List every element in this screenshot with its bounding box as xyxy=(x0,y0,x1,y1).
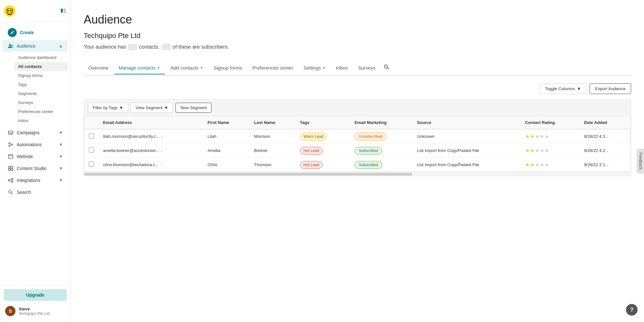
svg-point-24 xyxy=(12,181,13,183)
tag-badge-2[interactable]: Hot Lead xyxy=(300,147,323,155)
contacts-table: Email Address First Name Last Name Tags … xyxy=(84,116,631,172)
filter-by-tags-button[interactable]: Filter by Tags ▼ xyxy=(88,103,128,113)
sidebar-item-content-studio[interactable]: Content Studio ▼ xyxy=(3,163,68,174)
filter-bar: Filter by Tags ▼ View Segment ▼ New Segm… xyxy=(84,99,631,116)
new-segment-button[interactable]: New Segment xyxy=(175,103,212,113)
contacts-table-wrapper: Email Address First Name Last Name Tags … xyxy=(84,116,631,176)
table-header-email-marketing[interactable]: Email Marketing xyxy=(350,116,412,129)
row-checkbox-cell-2 xyxy=(84,144,99,158)
table-header-contact-rating[interactable]: Contact Rating xyxy=(521,116,580,129)
row-checkbox-2[interactable] xyxy=(89,147,94,153)
chevron-down-content-icon: ▼ xyxy=(59,166,63,171)
chevron-down-website-icon: ▼ xyxy=(59,154,63,159)
subscribers-count xyxy=(162,44,171,50)
date-added-2: 9/28/22 4:2... xyxy=(580,144,631,158)
email-arrow-2[interactable]: › xyxy=(161,148,162,153)
last-name-2: Breiner xyxy=(250,144,295,158)
sidebar-item-surveys[interactable]: Surveys xyxy=(14,98,68,107)
tab-settings[interactable]: Settings ▼ xyxy=(299,62,330,74)
tab-manage-contacts[interactable]: Manage contacts ▼ xyxy=(114,62,165,74)
upgrade-button[interactable]: Upgrade xyxy=(4,289,67,301)
star-empty-icon: ★ xyxy=(545,133,549,139)
sidebar-item-campaigns[interactable]: Campaigns ▼ xyxy=(3,127,68,138)
tab-surveys[interactable]: Surveys xyxy=(354,62,380,74)
sidebar-item-create[interactable]: Create xyxy=(3,25,68,40)
tag-badge-3[interactable]: Hot Lead xyxy=(300,161,323,169)
tab-search-icon[interactable] xyxy=(381,61,392,75)
sidebar-item-signup-forms[interactable]: Signup forms xyxy=(14,71,68,80)
sidebar-item-automations-label: Automations xyxy=(17,142,42,147)
svg-rect-18 xyxy=(8,166,10,168)
table-header-row: Email Address First Name Last Name Tags … xyxy=(84,116,631,129)
svg-point-23 xyxy=(12,178,13,180)
tab-overview[interactable]: Overview xyxy=(84,62,113,74)
sidebar-item-segments[interactable]: Segments xyxy=(14,89,68,98)
svg-point-13 xyxy=(11,144,13,145)
first-name-2: Amelia xyxy=(203,144,250,158)
audience-summary: Your audience has contacts. of these are… xyxy=(84,44,631,50)
tab-signup-forms[interactable]: Signup forms xyxy=(209,62,246,74)
first-name-3: Chris xyxy=(203,158,250,172)
status-badge-2: Subscribed xyxy=(355,147,382,155)
table-header-last-name[interactable]: Last Name xyxy=(250,116,295,129)
chevron-down-integrations-icon: ▼ xyxy=(59,178,63,183)
toolbar: Toggle Columns ▼ Export Audience xyxy=(84,83,631,94)
table-header-source[interactable]: Source xyxy=(412,116,521,129)
sidebar-item-tags[interactable]: Tags xyxy=(14,80,68,89)
email-arrow-3[interactable]: › xyxy=(161,163,162,167)
table-header-date-added[interactable]: Date Added xyxy=(580,116,631,129)
sidebar-item-integrations[interactable]: Integrations ▼ xyxy=(3,175,68,186)
email-cell-1[interactable]: lilah.morrison@securitocity.c... › xyxy=(99,129,203,144)
star-empty-icon: ★ xyxy=(545,147,549,154)
tab-inbox[interactable]: Inbox xyxy=(331,62,352,74)
svg-rect-5 xyxy=(61,9,63,13)
email-arrow-1[interactable]: › xyxy=(162,134,163,139)
sidebar-item-audience[interactable]: Audience ▲ xyxy=(3,40,68,52)
rating-cell-2: ★ ★ ★ ★ ★ xyxy=(521,144,580,158)
svg-point-2 xyxy=(7,8,12,14)
star-empty-icon: ★ xyxy=(535,162,539,168)
star-filled-icon: ★ xyxy=(525,162,530,168)
help-button[interactable]: ? xyxy=(626,304,638,316)
sidebar-item-content-studio-label: Content Studio xyxy=(17,166,47,171)
tab-preferences-center[interactable]: Preferences center xyxy=(248,62,298,74)
sidebar-bottom: Upgrade S Steve Techquipo Pte Ltd xyxy=(0,285,71,322)
sidebar-item-inbox[interactable]: Inbox xyxy=(14,116,68,125)
svg-rect-6 xyxy=(63,9,66,10)
marketing-status-cell-3: Subscribed xyxy=(350,158,412,172)
summary-middle: contacts. xyxy=(139,44,160,50)
content-studio-icon xyxy=(8,166,14,171)
automations-icon xyxy=(8,142,14,147)
horizontal-scrollbar[interactable] xyxy=(84,172,631,176)
email-cell-2[interactable]: amelia.breiner@accentureer... › xyxy=(99,144,203,158)
email-cell-3[interactable]: chris.thomson@techadora.c... › xyxy=(99,158,203,172)
audience-icon xyxy=(8,43,14,49)
sidebar-item-all-contacts[interactable]: All contacts xyxy=(14,62,68,71)
tag-badge-1[interactable]: Warm Lead xyxy=(300,133,327,140)
view-segment-button[interactable]: View Segment ▼ xyxy=(131,103,173,113)
table-header-email[interactable]: Email Address xyxy=(99,116,203,129)
summary-prefix: Your audience has xyxy=(84,44,126,50)
row-checkbox-1[interactable] xyxy=(89,133,94,138)
sidebar-item-audience-dashboard[interactable]: Audience dashboard xyxy=(14,53,68,62)
rating-cell-1: ★ ★ ★ ★ ★ xyxy=(521,129,580,144)
svg-point-17 xyxy=(10,155,11,156)
chevron-down-automations-icon: ▼ xyxy=(59,142,63,147)
sidebar-item-automations[interactable]: Automations ▼ xyxy=(3,139,68,150)
table-row: amelia.breiner@accentureer... › Amelia B… xyxy=(84,144,631,158)
tag-cell-1: Warm Lead xyxy=(296,129,350,144)
row-checkbox-3[interactable] xyxy=(89,162,94,167)
sidebar-item-preferences-center[interactable]: Preferences center xyxy=(14,107,68,116)
tab-add-contacts[interactable]: Add contacts ▼ xyxy=(166,62,208,74)
sidebar-toggle-icon[interactable] xyxy=(60,7,67,15)
table-header-first-name[interactable]: First Name xyxy=(203,116,250,129)
svg-rect-15 xyxy=(8,155,13,158)
export-audience-button[interactable]: Export Audience xyxy=(590,83,631,94)
sidebar-item-search[interactable]: Search xyxy=(3,186,68,198)
star-empty-icon: ★ xyxy=(535,133,539,139)
toggle-columns-button[interactable]: Toggle Columns ▼ xyxy=(539,83,586,94)
feedback-tab[interactable]: Feedback xyxy=(637,149,644,174)
table-header-tags[interactable]: Tags xyxy=(296,116,350,129)
sidebar-item-website[interactable]: Website ▼ xyxy=(3,151,68,162)
sidebar-item-campaigns-label: Campaigns xyxy=(17,130,40,135)
